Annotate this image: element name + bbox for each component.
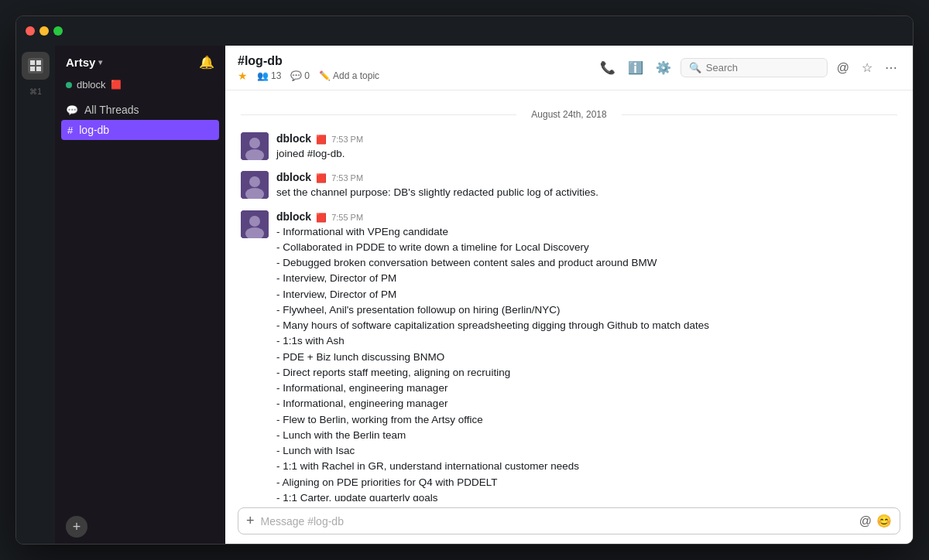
message-time: 7:53 PM [331, 173, 363, 183]
message-input-box: + @ 😊 [238, 507, 900, 534]
at-icon[interactable]: @ [834, 58, 852, 78]
message-meta: dblock 🟥 7:55 PM [276, 210, 897, 223]
message-time: 7:53 PM [331, 135, 363, 144]
nav-rail: ⌘1 [16, 46, 55, 544]
header-left: #log-db ★ 👥 13 💬 0 ✏️ [238, 54, 591, 82]
members-count: 👥 13 [257, 70, 281, 81]
channel-title: #log-db [238, 54, 283, 68]
threads-icon: 💬 [66, 104, 78, 116]
maximize-button[interactable] [53, 26, 63, 36]
minimize-button[interactable] [39, 26, 49, 36]
author-status-icon: 🟥 [316, 173, 327, 183]
date-divider: August 24th, 2018 [241, 109, 897, 120]
workspace-name[interactable]: Artsy ▾ [66, 56, 102, 69]
message-body: dblock 🟥 7:55 PM - Informational with VP… [276, 210, 897, 502]
message-author: dblock [276, 171, 311, 183]
avatar [241, 210, 269, 238]
emoji-icon[interactable]: 😊 [876, 514, 892, 528]
sidebar-bottom: + [55, 510, 225, 544]
svg-point-9 [249, 176, 260, 187]
search-icon: 🔍 [689, 62, 701, 73]
message-time: 7:55 PM [331, 213, 363, 222]
input-right-icons: @ 😊 [859, 514, 892, 528]
message-author: dblock [276, 210, 311, 223]
message-text: joined #log-db. [276, 146, 897, 162]
message-meta: dblock 🟥 7:53 PM [276, 132, 897, 145]
message-body: dblock 🟥 7:53 PM set the channel purpose… [276, 171, 897, 200]
message-text: set the channel purpose: DB's slightly r… [276, 185, 897, 200]
message-group: dblock 🟥 7:55 PM - Informational with VP… [241, 210, 897, 502]
svg-point-12 [249, 216, 260, 227]
sidebar-header: Artsy ▾ 🔔 [55, 46, 225, 76]
svg-point-6 [249, 138, 260, 149]
avatar [241, 132, 269, 160]
add-topic[interactable]: ✏️ Add a topic [319, 70, 379, 81]
online-status-dot [66, 82, 72, 88]
search-input[interactable] [706, 62, 819, 73]
main-content: #log-db ★ 👥 13 💬 0 ✏️ [225, 46, 913, 544]
traffic-lights [26, 26, 63, 36]
phone-icon[interactable]: 📞 [597, 57, 619, 78]
more-options-icon[interactable]: ⋯ [882, 57, 900, 78]
message-input-bar: + @ 😊 [225, 501, 913, 544]
hash-icon: # [67, 125, 73, 136]
search-box[interactable]: 🔍 [680, 58, 828, 77]
chevron-down-icon: ▾ [98, 58, 102, 67]
add-channel-button[interactable]: + [66, 516, 87, 538]
star-icon[interactable]: ★ [238, 70, 248, 82]
channel-title-row: #log-db [238, 54, 591, 68]
sidebar-item-log-db[interactable]: # log-db [61, 120, 219, 140]
svg-rect-3 [30, 67, 35, 71]
nav-shortcut: ⌘1 [29, 87, 42, 96]
message-body: dblock 🟥 7:53 PM joined #log-db. [276, 132, 897, 162]
notification-bell-icon[interactable]: 🔔 [199, 55, 214, 70]
message-group: dblock 🟥 7:53 PM joined #log-db. [241, 132, 897, 162]
avatar [241, 171, 269, 199]
status-icon: 🟥 [111, 80, 122, 90]
info-icon[interactable]: ℹ️ [625, 57, 646, 78]
sidebar-user: dblock 🟥 [55, 76, 225, 97]
author-status-icon: 🟥 [316, 213, 327, 223]
sidebar-item-all-threads[interactable]: 💬 All Threads [55, 100, 225, 120]
title-bar [16, 16, 913, 46]
bookmark-icon[interactable]: ☆ [859, 57, 876, 78]
replies-count: 💬 0 [290, 70, 310, 81]
add-attachment-button[interactable]: + [246, 513, 255, 529]
close-button[interactable] [26, 26, 35, 36]
svg-rect-1 [30, 60, 35, 65]
sidebar: Artsy ▾ 🔔 dblock 🟥 💬 All Threads # log-d… [55, 46, 225, 544]
username-label: dblock [77, 79, 106, 90]
header-right: 📞 ℹ️ ⚙️ 🔍 @ ☆ ⋯ [597, 57, 900, 78]
at-mention-icon[interactable]: @ [859, 514, 872, 528]
messages-area: August 24th, 2018 dblock 🟥 [225, 90, 913, 501]
settings-icon[interactable]: ⚙️ [653, 57, 674, 78]
author-status-icon: 🟥 [316, 135, 327, 145]
message-meta: dblock 🟥 7:53 PM [276, 171, 897, 183]
message-text: - Informational with VPEng candidate - C… [276, 224, 897, 502]
svg-rect-4 [36, 67, 41, 71]
message-group: dblock 🟥 7:53 PM set the channel purpose… [241, 171, 897, 200]
channel-meta: ★ 👥 13 💬 0 ✏️ Add a topic [238, 70, 591, 82]
workspace-logo[interactable] [22, 52, 50, 80]
sidebar-navigation: 💬 All Threads # log-db [55, 97, 225, 143]
channel-header: #log-db ★ 👥 13 💬 0 ✏️ [225, 46, 913, 90]
svg-rect-2 [36, 60, 41, 65]
message-author: dblock [276, 132, 311, 145]
message-input[interactable] [261, 515, 853, 528]
